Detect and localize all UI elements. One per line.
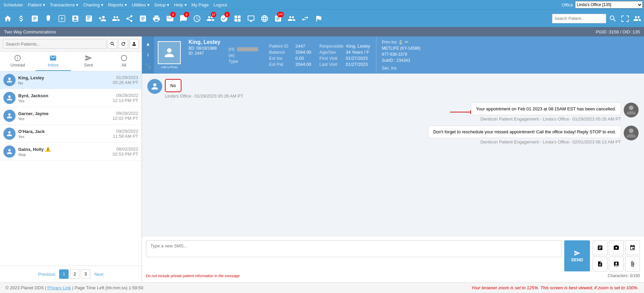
patient-search-input[interactable] bbox=[552, 14, 606, 23]
tab-sent[interactable]: Sent bbox=[71, 52, 106, 71]
calendar-btn[interactable] bbox=[625, 240, 640, 255]
contact-date: 09/29/2022 11:58 AM PT bbox=[113, 129, 138, 139]
message-2: Your appointment on Feb 01 2023 at 08:15… bbox=[471, 103, 639, 122]
form-btn[interactable] bbox=[609, 257, 624, 271]
contact-item[interactable]: Byrd, Jackson Yes 09/29/2022 12:13 PM PT bbox=[0, 89, 142, 107]
page-3-btn[interactable]: 3 bbox=[81, 269, 90, 279]
tooth-icon[interactable] bbox=[42, 11, 55, 26]
footer-left: © 2023 Planet DDS | Privacy Link | Page … bbox=[5, 285, 143, 290]
menu-patient[interactable]: Patient ▾ bbox=[26, 2, 47, 8]
screen-mode-icon[interactable] bbox=[620, 11, 630, 26]
menu-charting[interactable]: Charting ▾ bbox=[81, 2, 105, 8]
patient-photo-area: Add a Photo bbox=[154, 36, 184, 74]
contact-item[interactable]: Garner, Jayme Yes 09/29/2022 12:02 PM PT bbox=[0, 107, 142, 125]
contact-item[interactable]: O'Hara, Jack Yes 09/29/2022 11:58 AM PT bbox=[0, 125, 142, 143]
paperclip-btn[interactable]: 📎 bbox=[144, 62, 152, 70]
flag-icon[interactable] bbox=[312, 11, 325, 26]
add-patient-icon[interactable] bbox=[96, 11, 109, 26]
xray-icon[interactable] bbox=[69, 11, 82, 26]
menu-mypage[interactable]: My Page bbox=[190, 2, 211, 8]
left-search-input[interactable] bbox=[3, 39, 106, 49]
tab-inbox[interactable]: Inbox bbox=[35, 52, 71, 71]
ledger-icon[interactable] bbox=[28, 11, 41, 26]
sms-action-buttons bbox=[593, 240, 640, 271]
conversation-area: No Linda's Office - 01/29/2023 05:26 AM … bbox=[142, 74, 644, 236]
sms-input-area: SEND bbox=[142, 236, 644, 282]
sms-footer: Do not include private patient informati… bbox=[146, 273, 640, 278]
dollar-icon[interactable] bbox=[15, 11, 28, 26]
prev-page-link[interactable]: Previous bbox=[35, 270, 58, 278]
contact-name: King, Lesley bbox=[18, 75, 110, 80]
page-1-btn[interactable]: 1 bbox=[59, 269, 69, 279]
est-ins-row: Est Ins 0.00 bbox=[269, 56, 311, 61]
send-button[interactable]: SEND bbox=[564, 240, 590, 271]
patient-header: ▲ i 📎 Add a Photo King, Lesley BD: 08/18… bbox=[142, 36, 644, 74]
contact-item[interactable]: King, Lesley No 01/29/2023 05:26 AM PT bbox=[0, 71, 142, 89]
pagination: Previous 1 2 3 Next bbox=[0, 266, 142, 282]
contact-item[interactable]: Gains, Holly ⚠️ Stop 08/02/2022 02:53 PM… bbox=[0, 143, 142, 161]
msg-avatar-3 bbox=[624, 126, 639, 140]
sms-toolbar-icon[interactable]: 0 bbox=[177, 11, 190, 26]
tab-all[interactable]: All bbox=[106, 52, 142, 71]
menu-scheduler[interactable]: Scheduler bbox=[1, 2, 25, 8]
multi-patient-icon[interactable] bbox=[632, 11, 643, 26]
menu-utilities[interactable]: Utilities ▾ bbox=[130, 2, 152, 8]
expand-btn[interactable]: ▲ bbox=[144, 40, 152, 48]
contact-date: 01/29/2023 05:26 AM PT bbox=[113, 75, 138, 85]
search-button[interactable] bbox=[608, 11, 618, 26]
reports-icon[interactable] bbox=[82, 11, 95, 26]
patient-bd: BD: 08/18/1988 bbox=[189, 46, 220, 51]
tooth-chart-icon[interactable] bbox=[231, 11, 244, 26]
next-page-link[interactable]: Next bbox=[92, 270, 106, 278]
filter-btn[interactable] bbox=[129, 39, 139, 49]
transfer-icon[interactable] bbox=[299, 11, 312, 26]
office-selector[interactable]: Linda's Office [135] bbox=[575, 1, 643, 8]
add-photo-label: Add a Photo bbox=[161, 65, 178, 69]
patient-photo[interactable] bbox=[158, 41, 181, 64]
clock-icon[interactable] bbox=[191, 11, 203, 26]
menu-reports[interactable]: Reports ▾ bbox=[106, 2, 129, 8]
referral-icon[interactable] bbox=[123, 11, 136, 26]
doc-btn[interactable] bbox=[593, 257, 608, 271]
menu-transactions[interactable]: Transactions ▾ bbox=[48, 2, 81, 8]
message-3: Don't forget to reschedule your missed a… bbox=[428, 126, 639, 144]
staff-icon[interactable] bbox=[285, 11, 298, 26]
sms-text-input[interactable] bbox=[146, 240, 562, 257]
tab-unread[interactable]: Unread bbox=[0, 52, 35, 71]
prim-ins-code[interactable]: E bbox=[399, 40, 402, 45]
template-btn[interactable] bbox=[593, 240, 608, 255]
search-btn[interactable] bbox=[108, 39, 117, 49]
appointment-list-icon[interactable]: 17 bbox=[204, 11, 217, 26]
page-2-btn[interactable]: 2 bbox=[70, 269, 79, 279]
menu-setup[interactable]: Setup ▾ bbox=[152, 2, 172, 8]
phone-h-label: (H) bbox=[228, 47, 234, 52]
tab-inbox-label: Inbox bbox=[48, 62, 58, 68]
info-btn[interactable]: i bbox=[144, 51, 152, 59]
prescription-icon[interactable] bbox=[137, 11, 149, 26]
print-icon[interactable] bbox=[150, 11, 163, 26]
screen-share-icon[interactable] bbox=[245, 11, 257, 26]
refresh-btn[interactable] bbox=[119, 39, 128, 49]
char-count: Characters: 0/160 bbox=[608, 273, 640, 278]
last-visit-row: Last Visit 01/27/2023 bbox=[319, 62, 372, 67]
attach-btn[interactable] bbox=[625, 257, 640, 271]
recall-icon[interactable]: 2 bbox=[218, 11, 230, 26]
page-title: Two Way Communications bbox=[4, 29, 56, 34]
privacy-link[interactable]: Privacy Link bbox=[47, 285, 71, 290]
msg-time-1: Linda's Office - 01/29/2023 05:26 AM PT bbox=[165, 94, 243, 99]
msg-bubble-container-2: Your appointment on Feb 01 2023 at 08:15… bbox=[471, 103, 621, 122]
camera-btn[interactable] bbox=[609, 240, 624, 255]
email-icon[interactable]: 3 bbox=[164, 11, 176, 26]
notes-icon[interactable]: 170 bbox=[272, 11, 284, 26]
contact-avatar bbox=[3, 128, 16, 140]
message-tabs: Unread Inbox Sent All bbox=[0, 52, 142, 71]
prim-ins-phone: 877-638-3379 bbox=[382, 52, 459, 57]
dental-chart-icon[interactable] bbox=[55, 11, 68, 26]
menu-help[interactable]: Help ▾ bbox=[172, 2, 189, 8]
responsible-row: Responsible King, Lesley bbox=[319, 44, 372, 49]
web-icon[interactable] bbox=[258, 11, 271, 26]
family-icon[interactable] bbox=[109, 11, 122, 26]
home-icon[interactable] bbox=[1, 11, 14, 26]
menu-logout[interactable]: Logout bbox=[212, 2, 229, 8]
prim-ins-edit-icon[interactable]: ✏ bbox=[405, 39, 408, 45]
